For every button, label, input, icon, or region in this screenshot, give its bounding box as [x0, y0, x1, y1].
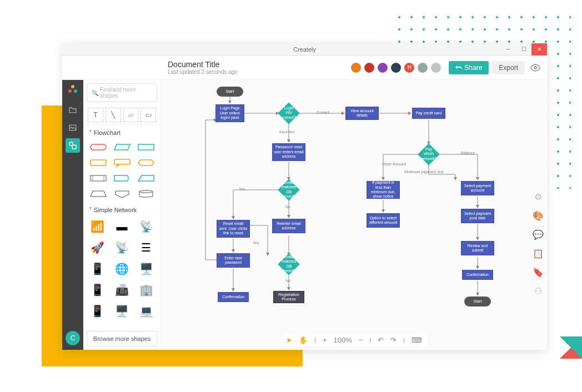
net-phone-icon[interactable]: 📱	[88, 260, 108, 277]
svg-rect-11	[114, 159, 130, 164]
rail-folder-icon[interactable]	[66, 103, 80, 117]
svg-point-2	[68, 89, 72, 93]
net-monitor-icon[interactable]: 🖥️	[136, 260, 156, 277]
node-if-less[interactable]: If payment is less than minimum due, sho…	[367, 181, 400, 199]
net-switch-icon[interactable]: ▬	[112, 218, 132, 235]
tag-icon[interactable]: 🔖	[533, 267, 544, 278]
document-title[interactable]: Document Title	[168, 60, 350, 69]
avatar[interactable]	[377, 62, 389, 74]
shape-rounded[interactable]	[88, 157, 108, 169]
avatar[interactable]	[363, 62, 375, 74]
avatar[interactable]	[350, 62, 362, 74]
presentation-mode-icon[interactable]	[530, 63, 540, 73]
node-reset-sent[interactable]: Reset email sent. User clicks link to re…	[217, 220, 250, 238]
node-start[interactable]: Start	[217, 87, 243, 97]
settings-icon[interactable]: ⚙	[533, 191, 544, 202]
shape-hexagon[interactable]	[136, 157, 156, 169]
node-email-match[interactable]: Email matches DB record?	[278, 179, 300, 201]
svg-rect-10	[91, 160, 106, 165]
browse-more-button[interactable]: Browse more shapes	[87, 331, 157, 346]
keyboard-icon[interactable]: ⌨	[412, 336, 422, 344]
node-reenter[interactable]: Reenter email address	[272, 219, 305, 233]
net-satellite-icon[interactable]: 📡	[112, 239, 132, 256]
net-rocket-icon[interactable]: 🚀	[88, 239, 108, 256]
node-confirmation-2[interactable]: Confirmation	[462, 270, 493, 280]
redo-icon[interactable]: ↷	[390, 336, 397, 344]
net-fax-icon[interactable]: 📠	[112, 282, 132, 298]
zoom-in-icon[interactable]: +	[323, 336, 327, 344]
rail-image-icon[interactable]	[66, 120, 80, 135]
node-sel-date[interactable]: Select payment post date	[461, 209, 494, 223]
notes-icon[interactable]: 📋	[533, 248, 544, 259]
net-building-icon[interactable]: 🏢	[136, 282, 156, 298]
node-registration[interactable]: Registration Process	[273, 291, 304, 303]
node-pwd-reset[interactable]: Password reset user enters email address	[272, 143, 305, 161]
search-input[interactable]: 🔍 Find/add more shapes	[87, 83, 157, 102]
avatar[interactable]: H	[403, 62, 415, 74]
shape-flag[interactable]	[112, 172, 132, 184]
node-login-correct[interactable]: Login info correct?	[278, 102, 300, 124]
node-end[interactable]: Start	[464, 296, 491, 306]
net-mobile-icon[interactable]: 📱	[88, 282, 108, 298]
document-subtitle: Last updated 2 seconds ago	[168, 69, 350, 75]
avatar[interactable]	[390, 62, 402, 74]
export-button[interactable]: Export	[492, 61, 525, 74]
node-confirmation[interactable]: Confirmation	[218, 292, 249, 302]
canvas[interactable]: Start Login Page User enters login/ pass…	[161, 80, 547, 350]
node-pay-card[interactable]: Pay credit card	[412, 108, 445, 119]
shape-callout[interactable]	[112, 157, 132, 169]
share-icon: ⮪	[455, 64, 462, 72]
app-logo[interactable]	[66, 83, 79, 97]
node-enter-new[interactable]: Enter new password	[217, 253, 250, 268]
page-tool-icon[interactable]: ▱	[123, 108, 139, 122]
rail-shapes-icon[interactable]	[66, 138, 80, 153]
window-minimize-button[interactable]: ─	[500, 43, 516, 56]
text-tool-icon[interactable]: T	[88, 108, 103, 122]
flowchart-section-header[interactable]: ˅ Flowchart	[83, 125, 160, 139]
node-sel-acct[interactable]: Select payment account	[461, 181, 494, 195]
node-pay-which[interactable]: Pay which amount?	[418, 143, 440, 165]
shape-trap-alt[interactable]	[136, 172, 156, 184]
window-maximize-button[interactable]: ☐	[516, 43, 531, 56]
shape-trapezoid[interactable]	[88, 188, 108, 200]
node-login[interactable]: Login Page User enters login/ pass	[215, 104, 244, 122]
window-close-button[interactable]: ✕	[531, 43, 547, 56]
net-globe-icon[interactable]: 🌐	[112, 260, 132, 277]
palette-icon[interactable]: 🎨	[533, 210, 544, 221]
net-rack-icon[interactable]: ☰	[136, 239, 156, 256]
zoom-out-icon[interactable]: −	[359, 336, 363, 344]
net-antenna-icon[interactable]: 📡	[136, 218, 156, 235]
undo-icon[interactable]: ↶	[378, 336, 384, 344]
node-view-account[interactable]: View account details	[345, 107, 379, 120]
node-opt-diff[interactable]: Option to select different amount	[367, 213, 400, 228]
svg-marker-17	[91, 191, 106, 197]
shape-subroutine[interactable]	[88, 172, 108, 184]
shape-cylinder[interactable]	[136, 188, 156, 200]
rail-user-avatar[interactable]: C	[66, 331, 80, 345]
net-desktop-icon[interactable]: 🖥️	[112, 303, 132, 319]
hand-tool-icon[interactable]: ✋	[299, 336, 308, 344]
shape-terminator[interactable]	[88, 141, 108, 153]
line-tool-icon[interactable]: ╲	[106, 108, 121, 122]
svg-marker-12	[138, 160, 154, 165]
shape-parallelogram[interactable]	[112, 141, 132, 153]
label-yes-2: Yes	[253, 241, 259, 245]
hierarchy-icon[interactable]: ⚇	[533, 285, 544, 296]
cursor-tool-icon[interactable]: ➤	[286, 336, 292, 344]
left-rail: C	[62, 80, 83, 350]
net-router-icon[interactable]: 📶	[88, 218, 108, 235]
node-review[interactable]: Review and submit	[461, 241, 494, 255]
shape-shield[interactable]	[112, 188, 132, 200]
net-laptop-icon[interactable]: 💻	[136, 303, 156, 319]
net-tablet-icon[interactable]: 📱	[88, 303, 108, 319]
rect-tool-icon[interactable]: ▭	[141, 108, 156, 122]
node-email-match-2[interactable]: Email matches DB record?	[278, 253, 300, 275]
document-info: Document Title Last updated 2 seconds ag…	[168, 60, 350, 75]
avatar[interactable]	[430, 62, 442, 74]
shape-rectangle[interactable]	[136, 141, 156, 153]
avatar[interactable]	[417, 62, 429, 74]
zoom-level[interactable]: 100%	[334, 336, 352, 344]
share-button[interactable]: ⮪Share	[449, 61, 489, 74]
network-section-header[interactable]: ˅ Simple Network	[83, 202, 160, 216]
comment-icon[interactable]: 💬	[533, 229, 544, 240]
